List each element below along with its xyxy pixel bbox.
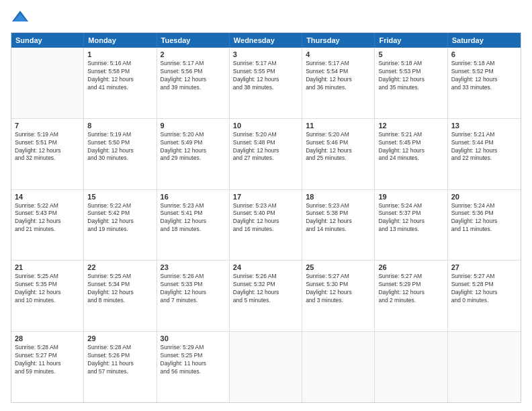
calendar-cell: 24Sunrise: 5:26 AM Sunset: 5:32 PM Dayli…	[230, 261, 302, 331]
calendar-row-4: 21Sunrise: 5:25 AM Sunset: 5:35 PM Dayli…	[11, 260, 521, 331]
day-number: 18	[306, 193, 371, 201]
calendar-cell	[302, 332, 375, 402]
day-number: 26	[378, 263, 443, 271]
day-number: 11	[306, 122, 371, 130]
day-info: Sunrise: 5:17 AM Sunset: 5:56 PM Dayligh…	[161, 60, 226, 92]
day-info: Sunrise: 5:20 AM Sunset: 5:49 PM Dayligh…	[161, 131, 226, 163]
header	[11, 8, 521, 27]
day-info: Sunrise: 5:18 AM Sunset: 5:52 PM Dayligh…	[451, 60, 517, 92]
day-number: 1	[87, 50, 152, 58]
day-number: 23	[161, 263, 226, 271]
calendar-row-3: 14Sunrise: 5:22 AM Sunset: 5:43 PM Dayli…	[11, 189, 521, 261]
day-number: 12	[378, 122, 443, 130]
day-info: Sunrise: 5:23 AM Sunset: 5:38 PM Dayligh…	[306, 202, 371, 234]
calendar-cell: 5Sunrise: 5:18 AM Sunset: 5:53 PM Daylig…	[375, 48, 447, 118]
calendar-cell: 26Sunrise: 5:27 AM Sunset: 5:29 PM Dayli…	[375, 261, 447, 331]
day-number: 7	[15, 122, 80, 130]
calendar-cell: 2Sunrise: 5:17 AM Sunset: 5:56 PM Daylig…	[157, 48, 230, 118]
calendar-header: SundayMondayTuesdayWednesdayThursdayFrid…	[11, 33, 521, 48]
day-info: Sunrise: 5:24 AM Sunset: 5:36 PM Dayligh…	[451, 202, 517, 234]
calendar-cell: 16Sunrise: 5:23 AM Sunset: 5:41 PM Dayli…	[157, 190, 230, 261]
calendar-row-5: 28Sunrise: 5:28 AM Sunset: 5:27 PM Dayli…	[11, 331, 521, 402]
header-day-saturday: Saturday	[448, 33, 521, 48]
calendar-cell: 22Sunrise: 5:25 AM Sunset: 5:34 PM Dayli…	[84, 261, 157, 331]
day-number: 24	[233, 263, 298, 271]
calendar-cell: 23Sunrise: 5:26 AM Sunset: 5:33 PM Dayli…	[157, 261, 230, 331]
day-number: 17	[233, 193, 298, 201]
day-info: Sunrise: 5:28 AM Sunset: 5:27 PM Dayligh…	[15, 344, 80, 376]
calendar-cell: 19Sunrise: 5:24 AM Sunset: 5:37 PM Dayli…	[375, 190, 447, 261]
calendar-body: 1Sunrise: 5:16 AM Sunset: 5:58 PM Daylig…	[11, 48, 521, 402]
calendar-cell: 27Sunrise: 5:27 AM Sunset: 5:28 PM Dayli…	[448, 261, 521, 331]
day-info: Sunrise: 5:29 AM Sunset: 5:25 PM Dayligh…	[161, 344, 226, 376]
day-number: 25	[306, 263, 371, 271]
day-number: 10	[233, 122, 298, 130]
calendar-cell: 3Sunrise: 5:17 AM Sunset: 5:55 PM Daylig…	[230, 48, 302, 118]
day-info: Sunrise: 5:16 AM Sunset: 5:58 PM Dayligh…	[87, 60, 152, 92]
day-info: Sunrise: 5:22 AM Sunset: 5:43 PM Dayligh…	[15, 202, 80, 234]
day-info: Sunrise: 5:27 AM Sunset: 5:30 PM Dayligh…	[306, 273, 371, 305]
calendar-cell	[230, 332, 302, 402]
day-number: 3	[233, 50, 298, 58]
calendar-cell: 4Sunrise: 5:17 AM Sunset: 5:54 PM Daylig…	[302, 48, 375, 118]
header-day-sunday: Sunday	[11, 33, 84, 48]
day-info: Sunrise: 5:26 AM Sunset: 5:33 PM Dayligh…	[161, 273, 226, 305]
day-info: Sunrise: 5:28 AM Sunset: 5:26 PM Dayligh…	[87, 344, 152, 376]
calendar-row-1: 1Sunrise: 5:16 AM Sunset: 5:58 PM Daylig…	[11, 48, 521, 118]
day-number: 9	[161, 122, 226, 130]
header-day-thursday: Thursday	[302, 33, 375, 48]
header-day-wednesday: Wednesday	[230, 33, 302, 48]
header-day-tuesday: Tuesday	[157, 33, 230, 48]
day-number: 15	[87, 193, 152, 201]
calendar: SundayMondayTuesdayWednesdayThursdayFrid…	[11, 32, 521, 403]
day-info: Sunrise: 5:21 AM Sunset: 5:44 PM Dayligh…	[451, 131, 517, 163]
logo	[11, 8, 32, 27]
day-number: 20	[451, 193, 517, 201]
calendar-cell: 1Sunrise: 5:16 AM Sunset: 5:58 PM Daylig…	[84, 48, 157, 118]
calendar-cell: 20Sunrise: 5:24 AM Sunset: 5:36 PM Dayli…	[448, 190, 521, 261]
day-number: 22	[87, 263, 152, 271]
header-day-friday: Friday	[375, 33, 447, 48]
calendar-cell	[448, 332, 521, 402]
calendar-cell: 29Sunrise: 5:28 AM Sunset: 5:26 PM Dayli…	[84, 332, 157, 402]
calendar-cell	[375, 332, 447, 402]
calendar-cell: 25Sunrise: 5:27 AM Sunset: 5:30 PM Dayli…	[302, 261, 375, 331]
day-info: Sunrise: 5:22 AM Sunset: 5:42 PM Dayligh…	[87, 202, 152, 234]
day-info: Sunrise: 5:19 AM Sunset: 5:51 PM Dayligh…	[15, 131, 80, 163]
header-day-monday: Monday	[84, 33, 157, 48]
calendar-cell: 8Sunrise: 5:19 AM Sunset: 5:50 PM Daylig…	[84, 119, 157, 189]
day-info: Sunrise: 5:18 AM Sunset: 5:53 PM Dayligh…	[378, 60, 443, 92]
day-number: 13	[451, 122, 517, 130]
calendar-cell: 30Sunrise: 5:29 AM Sunset: 5:25 PM Dayli…	[157, 332, 230, 402]
day-info: Sunrise: 5:24 AM Sunset: 5:37 PM Dayligh…	[378, 202, 443, 234]
day-number: 21	[15, 263, 80, 271]
day-info: Sunrise: 5:21 AM Sunset: 5:45 PM Dayligh…	[378, 131, 443, 163]
day-info: Sunrise: 5:27 AM Sunset: 5:29 PM Dayligh…	[378, 273, 443, 305]
calendar-row-2: 7Sunrise: 5:19 AM Sunset: 5:51 PM Daylig…	[11, 118, 521, 189]
calendar-cell: 6Sunrise: 5:18 AM Sunset: 5:52 PM Daylig…	[448, 48, 521, 118]
day-info: Sunrise: 5:19 AM Sunset: 5:50 PM Dayligh…	[87, 131, 152, 163]
day-number: 2	[161, 50, 226, 58]
day-number: 16	[161, 193, 226, 201]
calendar-cell	[11, 48, 84, 118]
calendar-cell: 14Sunrise: 5:22 AM Sunset: 5:43 PM Dayli…	[11, 190, 84, 261]
day-info: Sunrise: 5:26 AM Sunset: 5:32 PM Dayligh…	[233, 273, 298, 305]
calendar-cell: 18Sunrise: 5:23 AM Sunset: 5:38 PM Dayli…	[302, 190, 375, 261]
calendar-cell: 12Sunrise: 5:21 AM Sunset: 5:45 PM Dayli…	[375, 119, 447, 189]
day-info: Sunrise: 5:25 AM Sunset: 5:35 PM Dayligh…	[15, 273, 80, 305]
day-number: 27	[451, 263, 517, 271]
day-number: 4	[306, 50, 371, 58]
calendar-cell: 13Sunrise: 5:21 AM Sunset: 5:44 PM Dayli…	[448, 119, 521, 189]
logo-icon	[11, 8, 30, 27]
calendar-cell: 7Sunrise: 5:19 AM Sunset: 5:51 PM Daylig…	[11, 119, 84, 189]
day-info: Sunrise: 5:23 AM Sunset: 5:41 PM Dayligh…	[161, 202, 226, 234]
day-info: Sunrise: 5:25 AM Sunset: 5:34 PM Dayligh…	[87, 273, 152, 305]
day-number: 6	[451, 50, 517, 58]
day-number: 14	[15, 193, 80, 201]
day-info: Sunrise: 5:20 AM Sunset: 5:48 PM Dayligh…	[233, 131, 298, 163]
calendar-cell: 28Sunrise: 5:28 AM Sunset: 5:27 PM Dayli…	[11, 332, 84, 402]
calendar-cell: 17Sunrise: 5:23 AM Sunset: 5:40 PM Dayli…	[230, 190, 302, 261]
day-number: 28	[15, 334, 80, 342]
day-number: 30	[161, 334, 226, 342]
day-info: Sunrise: 5:27 AM Sunset: 5:28 PM Dayligh…	[451, 273, 517, 305]
